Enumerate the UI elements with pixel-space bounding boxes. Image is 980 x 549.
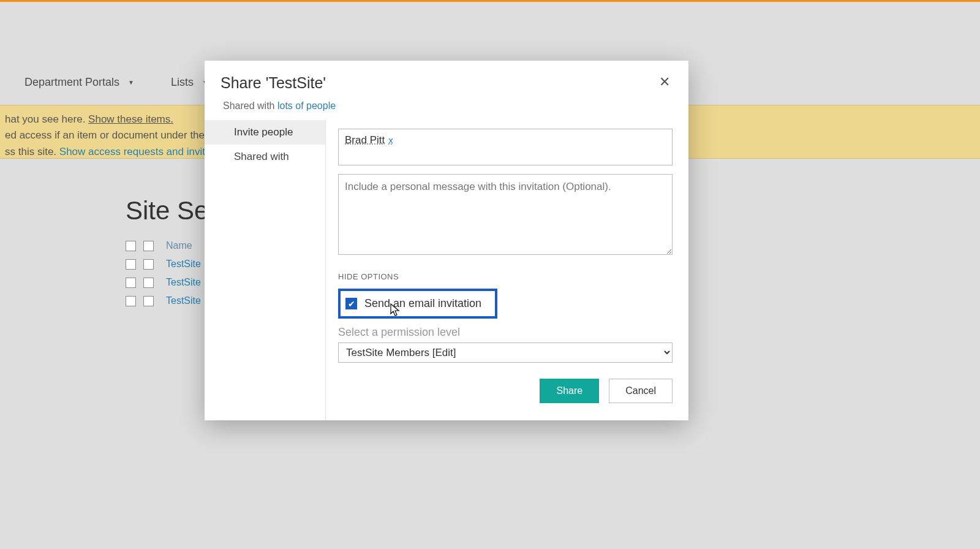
shared-with-link[interactable]: lots of people (277, 100, 336, 111)
dialog-form: Brad Pitt x HIDE OPTIONS ✔ Send an email… (326, 120, 688, 420)
close-icon[interactable]: ✕ (657, 74, 673, 90)
chip-remove-icon[interactable]: x (388, 135, 393, 145)
row-link[interactable]: TestSite (166, 295, 201, 306)
share-dialog: Share 'TestSite' ✕ Shared with lots of p… (205, 61, 688, 420)
nav-label: Lists (171, 76, 194, 89)
share-button[interactable]: Share (540, 379, 599, 403)
banner-text: hat you see here. (5, 113, 88, 125)
email-invitation-checkbox[interactable]: ✔ (345, 298, 357, 309)
banner-text: ss this site. (5, 146, 59, 157)
permission-level-label: Select a permission level (338, 326, 673, 339)
dialog-actions: Share Cancel (338, 379, 673, 403)
column-checkbox[interactable] (143, 241, 154, 251)
show-access-requests-link[interactable]: Show access requests and invitation (59, 146, 228, 157)
nav-item-lists[interactable]: Lists ▼ (171, 76, 208, 89)
cancel-button[interactable]: Cancel (609, 379, 673, 403)
column-header-name[interactable]: Name (166, 240, 192, 251)
row-checkbox[interactable] (126, 259, 136, 270)
row-checkbox[interactable] (143, 278, 154, 288)
hide-options-toggle[interactable]: HIDE OPTIONS (338, 272, 673, 281)
caret-down-icon: ▼ (128, 79, 134, 86)
chip-name: Brad Pitt (345, 134, 385, 146)
shared-with-text: Shared with lots of people (205, 94, 688, 120)
email-invitation-label: Send an email invitation (364, 297, 481, 310)
dialog-header: Share 'TestSite' ✕ (205, 61, 688, 94)
message-input[interactable] (338, 174, 673, 255)
shared-prefix: Shared with (223, 100, 277, 111)
dialog-title: Share 'TestSite' (221, 74, 326, 92)
people-picker[interactable]: Brad Pitt x (338, 129, 673, 165)
row-checkbox[interactable] (143, 296, 154, 306)
row-link[interactable]: TestSite (166, 259, 201, 270)
row-checkbox[interactable] (126, 296, 136, 306)
dialog-body: Invite people Shared with Brad Pitt x HI… (205, 120, 688, 420)
tab-invite-people[interactable]: Invite people (205, 120, 325, 145)
row-link[interactable]: TestSite (166, 277, 201, 288)
accent-bar (0, 0, 980, 2)
tab-shared-with[interactable]: Shared with (205, 145, 325, 169)
email-invitation-row: ✔ Send an email invitation (338, 289, 497, 319)
nav-label: Department Portals (24, 76, 119, 89)
row-checkbox[interactable] (143, 259, 154, 270)
row-checkbox[interactable] (126, 278, 136, 288)
show-items-link[interactable]: Show these items. (88, 113, 173, 125)
permission-level-select[interactable]: TestSite Members [Edit] (338, 343, 673, 363)
select-all-checkbox[interactable] (126, 241, 136, 251)
dialog-tabs: Invite people Shared with (205, 120, 326, 420)
nav-item-department-portals[interactable]: Department Portals ▼ (24, 76, 134, 89)
people-chip[interactable]: Brad Pitt x (345, 134, 393, 146)
